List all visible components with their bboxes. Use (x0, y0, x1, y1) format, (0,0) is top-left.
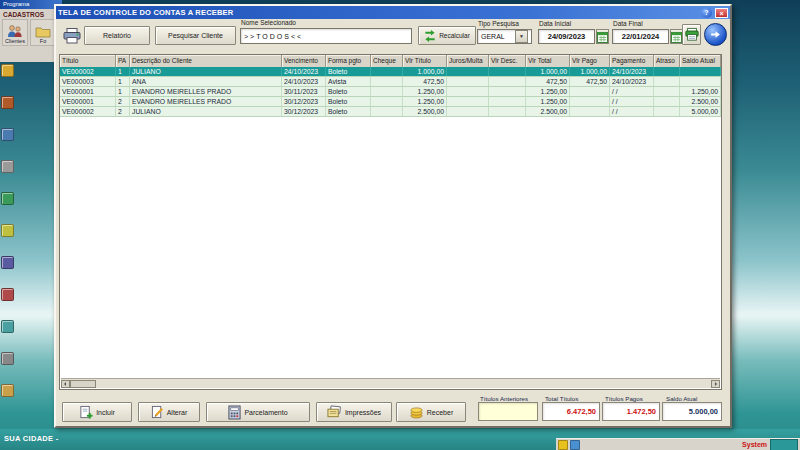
pesquisar-cliente-label: Pesquisar Cliente (168, 32, 223, 39)
dialog-titlebar[interactable]: TELA DE CONTROLE DO CONTAS A RECEBER ? × (56, 6, 730, 19)
chevron-down-icon[interactable]: ▼ (515, 30, 528, 43)
data-final-input[interactable]: 22/01/2024 (612, 29, 669, 44)
grid-cell (371, 97, 403, 106)
column-header[interactable]: Descrição do Cliente (130, 55, 282, 67)
green-printer-icon (685, 27, 699, 42)
recalcular-button[interactable]: Recalcular (418, 26, 476, 45)
app-shortcut-icon[interactable] (1, 288, 14, 301)
column-header[interactable]: Vlr Pago (570, 55, 610, 67)
app-shortcut-icon[interactable] (1, 352, 14, 365)
clients-icon (7, 25, 23, 38)
grid-cell: VE000003 (60, 77, 116, 86)
grid-cell (680, 67, 721, 76)
app-shortcut-icon[interactable] (1, 320, 14, 333)
close-button[interactable]: × (715, 8, 728, 18)
grid-cell: 1 (116, 77, 130, 86)
accounts-grid: TítuloPADescrição do ClienteVencimentoFo… (59, 54, 722, 390)
column-header[interactable]: Saldo Atual (680, 55, 721, 67)
data-inicial-input[interactable]: 24/09/2023 (538, 29, 595, 44)
grid-cell: Boleto (326, 107, 371, 116)
grid-cell (447, 107, 489, 116)
taskbar: System (556, 438, 800, 450)
relatorio-label: Relatório (103, 32, 131, 39)
toolbar-button-clientes[interactable]: Clientes (2, 19, 28, 46)
grid-cell: 1.000,00 (403, 67, 447, 76)
column-header[interactable]: Juros/Multa (447, 55, 489, 67)
column-header[interactable]: Vlr Desc. (489, 55, 526, 67)
grid-header: TítuloPADescrição do ClienteVencimentoFo… (60, 55, 721, 67)
tray-icon[interactable] (570, 440, 580, 450)
titulos-anteriores-value (478, 402, 538, 421)
app-shortcut-icon[interactable] (1, 160, 14, 173)
receber-button[interactable]: Receber (396, 402, 466, 422)
arrow-right-icon (710, 29, 721, 40)
nome-selecionado-label: Nome Selecionado (241, 19, 296, 26)
coins-icon (409, 405, 424, 419)
table-row[interactable]: VE0000031ANA24/10/2023Avista472,50472,50… (60, 77, 721, 87)
alterar-button[interactable]: Alterar (138, 402, 200, 422)
column-header[interactable]: Vencimento (282, 55, 326, 67)
column-header[interactable]: Pagamento (610, 55, 654, 67)
grid-cell (654, 97, 680, 106)
grid-cell: 1.250,00 (526, 87, 570, 96)
table-row[interactable]: VE0000021JULIANO24/10/2023Boleto1.000,00… (60, 67, 721, 77)
parcelamento-label: Parcelamento (244, 409, 287, 416)
column-header[interactable]: Título (60, 55, 116, 67)
toolbar-button-label: Clientes (5, 38, 25, 44)
taskbar-clock-area (770, 439, 798, 450)
table-row[interactable]: VE0000022JULIANO30/12/2023Boleto2.500,00… (60, 107, 721, 117)
grid-cell: JULIANO (130, 67, 282, 76)
column-header[interactable]: Vlr Total (526, 55, 570, 67)
calendar-icon[interactable] (596, 29, 609, 44)
app-shortcut-icon[interactable] (1, 256, 14, 269)
app-shortcut-icon[interactable] (1, 128, 14, 141)
tipo-pesquisa-select[interactable]: GERAL ▼ (477, 29, 532, 44)
grid-cell (489, 107, 526, 116)
app-shortcut-icon[interactable] (1, 192, 14, 205)
scroll-left-arrow-icon[interactable] (61, 380, 70, 388)
impressoes-label: Impressões (345, 409, 381, 416)
column-header[interactable]: Atraso (654, 55, 680, 67)
table-row[interactable]: VE0000012EVANDRO MEIRELLES PRADO30/12/20… (60, 97, 721, 107)
table-row[interactable]: VE0000011EVANDRO MEIRELLES PRADO30/11/20… (60, 87, 721, 97)
taskbar-item-system[interactable]: System (739, 441, 770, 448)
toolbar-button-fornecedores[interactable]: Fo (30, 19, 56, 46)
grid-cell: 1.250,00 (526, 97, 570, 106)
grid-cell: / / (610, 97, 654, 106)
app-shortcut-icon[interactable] (1, 96, 14, 109)
green-print-button[interactable] (682, 24, 701, 45)
grid-cell (489, 87, 526, 96)
tray-icon[interactable] (558, 440, 568, 450)
app-shortcut-icon[interactable] (1, 64, 14, 77)
scroll-right-arrow-icon[interactable] (711, 380, 720, 388)
incluir-button[interactable]: Incluir (62, 402, 132, 422)
go-button[interactable] (704, 23, 727, 46)
nome-selecionado-input[interactable]: >>TODOS<< (240, 28, 412, 44)
grid-cell: / / (610, 107, 654, 116)
column-header[interactable]: PA (116, 55, 130, 67)
app-shortcut-icon[interactable] (1, 224, 14, 237)
grid-cell (570, 107, 610, 116)
column-header[interactable]: Forma pgto (326, 55, 371, 67)
grid-cell (371, 87, 403, 96)
column-header[interactable]: Cheque (371, 55, 403, 67)
grid-cell: Boleto (326, 87, 371, 96)
calculator-icon (228, 405, 241, 420)
grid-cell: / / (610, 87, 654, 96)
grid-cell: 1.250,00 (403, 97, 447, 106)
pesquisar-cliente-button[interactable]: Pesquisar Cliente (155, 26, 236, 45)
toolbar-button-label: Fo (40, 38, 46, 44)
impressoes-button[interactable]: Impressões (316, 402, 392, 422)
help-button[interactable]: ? (701, 8, 712, 18)
menu-cadastros[interactable]: CADASTROS (0, 9, 62, 19)
column-header[interactable]: Vlr Título (403, 55, 447, 67)
grid-cell: EVANDRO MEIRELLES PRADO (130, 97, 282, 106)
relatorio-button[interactable]: Relatório (84, 26, 150, 45)
grid-cell: 2.500,00 (680, 97, 721, 106)
edit-pencil-icon (151, 405, 164, 419)
grid-horizontal-scrollbar[interactable] (61, 378, 720, 388)
scrollbar-thumb[interactable] (70, 380, 96, 388)
grid-cell: Boleto (326, 97, 371, 106)
parcelamento-button[interactable]: Parcelamento (206, 402, 310, 422)
app-shortcut-icon[interactable] (1, 384, 14, 397)
